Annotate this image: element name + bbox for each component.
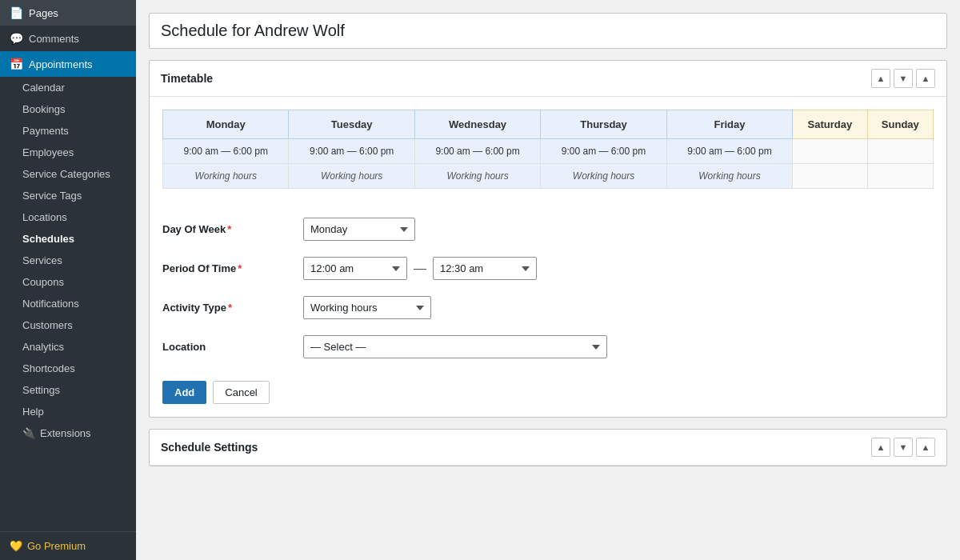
form-section: Day Of Week* Monday Tuesday Wednesday Th… xyxy=(150,205,946,381)
sidebar-item-schedules[interactable]: Schedules xyxy=(0,228,136,250)
timetable-panel: Timetable ▲ ▼ ▲ Monday Tuesday Wednesday… xyxy=(149,60,947,418)
sidebar: 📄 Pages 💬 Comments 📅 Appointments Calend… xyxy=(0,0,136,560)
location-label: Location xyxy=(162,341,290,353)
td-thu-time: 9:00 am — 6:00 pm xyxy=(541,139,666,164)
form-row-location: Location — Select — xyxy=(162,335,934,358)
table-row: 9:00 am — 6:00 pm 9:00 am — 6:00 pm 9:00… xyxy=(163,139,934,164)
period-of-time-label: Period Of Time* xyxy=(162,262,290,274)
sidebar-item-comments[interactable]: 💬 Comments xyxy=(0,26,136,51)
pages-icon: 📄 xyxy=(10,6,22,19)
table-row: Working hours Working hours Working hour… xyxy=(163,164,934,189)
sidebar-item-locations[interactable]: Locations xyxy=(0,206,136,228)
add-button[interactable]: Add xyxy=(162,381,206,404)
sidebar-sub-menu: Calendar Bookings Payments Employees Ser… xyxy=(0,77,136,444)
panel-up-button[interactable]: ▲ xyxy=(871,69,890,88)
sidebar-item-services[interactable]: Services xyxy=(0,250,136,271)
td-sun-time xyxy=(867,139,933,164)
activity-type-label: Activity Type* xyxy=(162,302,290,314)
cancel-button[interactable]: Cancel xyxy=(213,381,269,404)
td-mon-time: 9:00 am — 6:00 pm xyxy=(163,139,289,164)
go-premium-button[interactable]: 💛 Go Premium xyxy=(0,532,136,560)
th-saturday: Saturday xyxy=(793,110,867,139)
td-thu-type: Working hours xyxy=(541,164,666,189)
th-monday: Monday xyxy=(163,110,289,139)
appointments-icon: 📅 xyxy=(10,58,22,70)
td-wed-time: 9:00 am — 6:00 pm xyxy=(414,139,540,164)
schedule-settings-panel: Schedule Settings ▲ ▼ ▲ xyxy=(149,429,947,466)
day-of-week-select[interactable]: Monday Tuesday Wednesday Thursday Friday… xyxy=(303,218,415,241)
sidebar-item-help[interactable]: Help xyxy=(0,401,136,422)
th-friday: Friday xyxy=(666,110,792,139)
comments-icon: 💬 xyxy=(10,32,22,45)
td-wed-type: Working hours xyxy=(414,164,540,189)
timetable-body: Monday Tuesday Wednesday Thursday Friday… xyxy=(150,97,946,205)
panel-collapse-button[interactable]: ▲ xyxy=(916,69,935,88)
panel-down-button[interactable]: ▼ xyxy=(894,69,913,88)
sidebar-item-shortcodes[interactable]: Shortcodes xyxy=(0,358,136,379)
sidebar-item-notifications[interactable]: Notifications xyxy=(0,293,136,314)
td-mon-type: Working hours xyxy=(163,164,289,189)
main-content: Schedule for Andrew Wolf Timetable ▲ ▼ ▲… xyxy=(136,0,960,560)
td-sat-type xyxy=(793,164,867,189)
sidebar-item-bookings[interactable]: Bookings xyxy=(0,98,136,120)
extensions-icon: 🔌 xyxy=(22,427,35,439)
td-sat-time xyxy=(793,139,867,164)
sidebar-item-coupons[interactable]: Coupons xyxy=(0,271,136,293)
sidebar-top: 📄 Pages 💬 Comments 📅 Appointments xyxy=(0,0,136,77)
end-time-select[interactable]: 12:30 am 1:00 am 1:30 am xyxy=(433,257,537,280)
td-tue-time: 9:00 am — 6:00 pm xyxy=(289,139,414,164)
location-select[interactable]: — Select — xyxy=(303,335,607,358)
th-sunday: Sunday xyxy=(867,110,933,139)
schedule-panel-collapse-button[interactable]: ▲ xyxy=(916,438,935,457)
premium-icon: 💛 xyxy=(10,540,22,552)
td-sun-type xyxy=(867,164,933,189)
schedule-panel-down-button[interactable]: ▼ xyxy=(894,438,913,457)
sidebar-item-calendar[interactable]: Calendar xyxy=(0,77,136,98)
schedule-settings-title: Schedule Settings xyxy=(161,441,258,454)
sidebar-item-appointments[interactable]: 📅 Appointments xyxy=(0,51,136,77)
panel-controls: ▲ ▼ ▲ xyxy=(871,69,935,88)
day-of-week-label: Day Of Week* xyxy=(162,223,290,235)
start-time-select[interactable]: 12:00 am 12:30 am 1:00 am xyxy=(303,257,407,280)
button-row: Add Cancel xyxy=(150,381,946,417)
page-title: Schedule for Andrew Wolf xyxy=(149,13,947,49)
time-separator: — xyxy=(414,262,426,276)
activity-type-select[interactable]: Working hours Break Day off xyxy=(303,296,431,319)
timetable-table: Monday Tuesday Wednesday Thursday Friday… xyxy=(162,110,934,189)
th-thursday: Thursday xyxy=(541,110,666,139)
schedule-settings-controls: ▲ ▼ ▲ xyxy=(871,438,935,457)
sidebar-bottom: 💛 Go Premium xyxy=(0,531,136,560)
sidebar-item-extensions[interactable]: 🔌 Extensions xyxy=(0,422,136,444)
timetable-title: Timetable xyxy=(161,72,213,85)
td-tue-type: Working hours xyxy=(289,164,414,189)
form-row-period: Period Of Time* 12:00 am 12:30 am 1:00 a… xyxy=(162,257,934,280)
form-row-activity: Activity Type* Working hours Break Day o… xyxy=(162,296,934,319)
schedule-settings-header: Schedule Settings ▲ ▼ ▲ xyxy=(150,430,946,466)
schedule-panel-up-button[interactable]: ▲ xyxy=(871,438,890,457)
sidebar-item-service-tags[interactable]: Service Tags xyxy=(0,185,136,206)
form-row-day: Day Of Week* Monday Tuesday Wednesday Th… xyxy=(162,218,934,241)
sidebar-item-customers[interactable]: Customers xyxy=(0,314,136,336)
sidebar-item-analytics[interactable]: Analytics xyxy=(0,336,136,358)
sidebar-item-service-categories[interactable]: Service Categories xyxy=(0,163,136,185)
td-fri-time: 9:00 am — 6:00 pm xyxy=(666,139,792,164)
th-tuesday: Tuesday xyxy=(289,110,414,139)
timetable-panel-header: Timetable ▲ ▼ ▲ xyxy=(150,61,946,97)
sidebar-item-employees[interactable]: Employees xyxy=(0,142,136,163)
period-group: 12:00 am 12:30 am 1:00 am — 12:30 am 1:0… xyxy=(303,257,537,280)
th-wednesday: Wednesday xyxy=(414,110,540,139)
sidebar-item-payments[interactable]: Payments xyxy=(0,120,136,142)
sidebar-item-pages[interactable]: 📄 Pages xyxy=(0,0,136,26)
sidebar-item-settings[interactable]: Settings xyxy=(0,379,136,401)
td-fri-type: Working hours xyxy=(666,164,792,189)
